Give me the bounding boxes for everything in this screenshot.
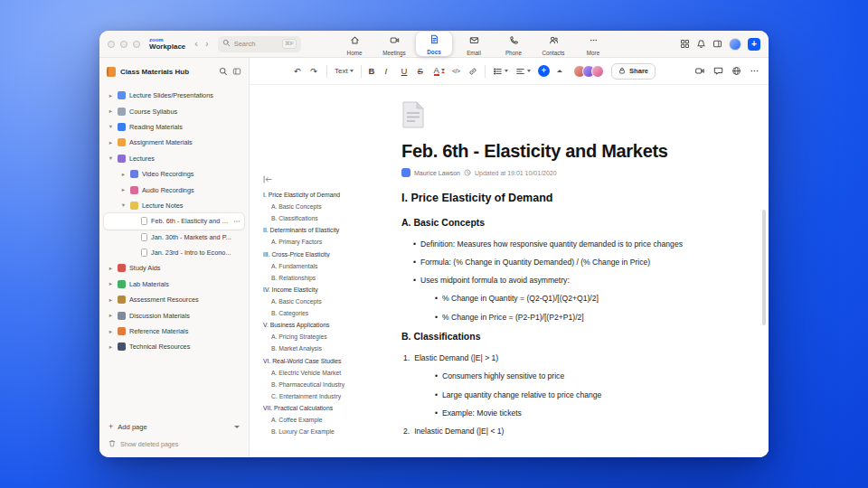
collaborator-avatars[interactable]: [573, 65, 604, 78]
user-avatar[interactable]: [729, 38, 741, 51]
expand-chevron-icon[interactable]: [120, 186, 127, 193]
expand-chevron-icon[interactable]: [108, 108, 114, 115]
expand-chevron-icon[interactable]: [108, 139, 114, 146]
language-globe-icon[interactable]: [731, 63, 741, 80]
minimize-button[interactable]: [120, 41, 127, 48]
expand-chevron-icon[interactable]: [108, 312, 114, 319]
expand-chevron-icon[interactable]: [108, 280, 114, 287]
sidebar-search-icon[interactable]: [219, 67, 228, 76]
tab-more[interactable]: More: [575, 32, 611, 57]
sidebar-page-item[interactable]: Feb. 6th - Elasticity and M...: [104, 213, 244, 229]
tab-phone[interactable]: Phone: [495, 32, 532, 57]
collapse-sidebar-icon[interactable]: [232, 67, 241, 76]
tab-contacts[interactable]: Contacts: [535, 32, 571, 57]
text-style-dropdown[interactable]: Text: [335, 68, 354, 75]
document-body[interactable]: Feb. 6th - Elasticity and Markets Mauric…: [401, 85, 756, 436]
sidebar-page-item[interactable]: Lectures: [104, 151, 244, 166]
outline-item[interactable]: B. Market Analysis: [263, 345, 382, 352]
outline-item[interactable]: V. Business Applications: [263, 322, 382, 329]
insert-button[interactable]: +: [538, 65, 550, 77]
video-call-icon[interactable]: [694, 63, 705, 80]
share-button[interactable]: Share: [611, 63, 656, 80]
back-button[interactable]: ‹: [194, 39, 198, 49]
align-button[interactable]: [515, 67, 531, 76]
collaborator-avatar[interactable]: [591, 65, 604, 78]
global-search[interactable]: Search ⌘F: [218, 36, 301, 52]
sidebar-page-item[interactable]: Lecture Slides/Presentations: [104, 88, 244, 103]
expand-chevron-icon[interactable]: [120, 202, 127, 209]
outline-item[interactable]: VI. Real-World Case Studies: [263, 358, 382, 365]
expand-chevron-icon[interactable]: [108, 265, 114, 272]
doc-scrollbar[interactable]: [762, 210, 766, 325]
sidebar-page-item[interactable]: Lecture Notes: [104, 198, 244, 213]
item-more-icon[interactable]: [233, 218, 241, 225]
outline-item[interactable]: B. Luxury Car Example: [263, 428, 382, 436]
outline-item[interactable]: A. Basic Concepts: [263, 298, 382, 305]
comments-icon[interactable]: [713, 63, 723, 80]
add-page-button[interactable]: + Add page: [108, 423, 240, 431]
expand-chevron-icon[interactable]: [108, 343, 114, 351]
outline-item[interactable]: B. Relationships: [263, 275, 382, 282]
redo-button[interactable]: ↷: [310, 67, 319, 76]
outline-item[interactable]: B. Categories: [263, 310, 382, 317]
sidebar-page-item[interactable]: Reference Materials: [104, 324, 244, 339]
outline-item[interactable]: VII. Practical Calculations: [263, 405, 382, 412]
bold-button[interactable]: B: [369, 67, 378, 76]
sidebar-page-item[interactable]: Discussion Materials: [104, 307, 244, 323]
undo-button[interactable]: ↶: [294, 67, 303, 76]
maximize-button[interactable]: [133, 41, 140, 48]
outline-item[interactable]: B. Classifications: [263, 215, 382, 222]
outline-item[interactable]: III. Cross-Price Elasticity: [263, 251, 382, 258]
document-canvas[interactable]: I. Price Elasticity of Demand A. Basic C…: [250, 85, 769, 457]
sidebar-page-item[interactable]: Jan. 30th - Markets and P...: [104, 230, 244, 245]
expand-chevron-icon[interactable]: [108, 92, 114, 99]
sidebar-page-item[interactable]: Assessment Resources: [104, 292, 244, 307]
expand-chevron-icon[interactable]: [108, 155, 114, 162]
sidebar-page-item[interactable]: Assignment Materials: [104, 135, 244, 150]
strikethrough-button[interactable]: S: [418, 67, 427, 76]
outline-item[interactable]: A. Primary Factors: [263, 239, 382, 246]
link-button[interactable]: [468, 67, 477, 76]
outline-item[interactable]: A. Basic Concepts: [263, 203, 382, 211]
outline-item[interactable]: I. Price Elasticity of Demand: [263, 192, 382, 199]
side-panel-icon[interactable]: [712, 36, 722, 52]
show-deleted-pages-button[interactable]: Show deleted pages: [108, 439, 240, 449]
expand-chevron-icon[interactable]: [108, 296, 114, 304]
code-button[interactable]: </>: [452, 68, 461, 74]
bulleted-list-button[interactable]: [493, 67, 508, 76]
collapse-toolbar-icon[interactable]: [557, 70, 562, 72]
apps-grid-icon[interactable]: [680, 36, 690, 52]
sidebar-page-item[interactable]: Course Syllabus: [104, 103, 244, 118]
text-color-button[interactable]: A: [434, 66, 445, 77]
sidebar-page-item[interactable]: Study Aids: [104, 260, 244, 276]
outline-item[interactable]: A. Pricing Strategies: [263, 333, 382, 341]
close-button[interactable]: [108, 41, 115, 48]
outline-item[interactable]: B. Pharmaceutical Industry: [263, 381, 382, 389]
sidebar-page-item[interactable]: Jan. 23rd - Intro to Econo...: [104, 245, 244, 260]
notifications-bell-icon[interactable]: [696, 36, 706, 52]
outline-item[interactable]: A. Fundamentals: [263, 263, 382, 270]
document-blocks[interactable]: I. Price Elasticity of Demand A. Basic C…: [401, 192, 756, 436]
sidebar-page-item[interactable]: Video Recordings: [104, 166, 244, 182]
outline-item[interactable]: A. Coffee Example: [263, 417, 382, 424]
tab-home[interactable]: Home: [336, 32, 373, 57]
add-page-chevron-icon[interactable]: [234, 426, 240, 428]
collapse-outline-icon[interactable]: [263, 175, 382, 183]
sidebar-page-item[interactable]: Audio Recordings: [104, 182, 244, 197]
forward-button[interactable]: ›: [205, 39, 209, 49]
expand-chevron-icon[interactable]: [108, 328, 114, 335]
outline-item[interactable]: A. Electric Vehicle Market: [263, 370, 382, 377]
document-title[interactable]: Feb. 6th - Elasticity and Markets: [401, 141, 756, 162]
sidebar-page-item[interactable]: Technical Resources: [104, 339, 244, 354]
tab-meetings[interactable]: Meetings: [376, 32, 412, 57]
italic-button[interactable]: I: [385, 67, 394, 76]
sidebar-page-item[interactable]: Lab Materials: [104, 277, 244, 292]
underline-button[interactable]: U: [401, 67, 410, 76]
tab-docs[interactable]: Docs: [416, 32, 452, 56]
outline-item[interactable]: C. Entertainment Industry: [263, 393, 382, 400]
outline-item[interactable]: IV. Income Elasticity: [263, 286, 382, 294]
outline-item[interactable]: II. Determinants of Elasticity: [263, 227, 382, 234]
sidebar-page-item[interactable]: Reading Materials: [104, 119, 244, 135]
expand-chevron-icon[interactable]: [120, 171, 127, 178]
expand-chevron-icon[interactable]: [108, 123, 114, 130]
